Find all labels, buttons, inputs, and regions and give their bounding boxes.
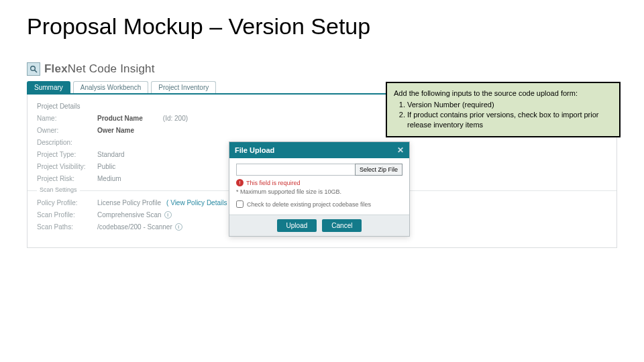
label-owner: Owner: — [37, 127, 97, 134]
annotation-item-1: Version Number (required) — [407, 100, 612, 110]
modal-footer: Upload Cancel — [229, 215, 409, 236]
close-icon[interactable]: ✕ — [397, 145, 404, 155]
zip-file-input[interactable] — [236, 164, 356, 176]
brand: FlexNet Code Insight — [27, 60, 617, 80]
error-icon: ! — [236, 179, 244, 186]
label-name: Name: — [37, 115, 97, 122]
tab-analysis-workbench[interactable]: Analysis Workbench — [73, 81, 148, 93]
label-policy: Policy Profile: — [37, 199, 97, 206]
value-name: Product Name — [97, 115, 143, 122]
value-scan-profile: Comprehensive Scan — [97, 211, 162, 219]
info-icon[interactable]: i — [164, 211, 172, 219]
value-name-suffix: (Id: 200) — [163, 115, 188, 122]
modal-file-upload: File Upload ✕ Select Zip File ! This fie… — [229, 141, 410, 237]
modal-title: File Upload — [235, 146, 274, 154]
value-risk: Medium — [97, 175, 121, 182]
fieldset-scan-settings: Scan Settings — [37, 186, 80, 193]
annotation-list: Version Number (required) If product con… — [407, 100, 612, 130]
checkbox-delete-codebase[interactable]: Check to delete existing project codebas… — [236, 200, 402, 208]
brand-text: FlexNet Code Insight — [44, 62, 155, 76]
value-policy: License Policy Profile — [97, 199, 161, 206]
checkbox-delete-codebase-input[interactable] — [236, 200, 244, 208]
error-required: ! This field is required — [236, 179, 402, 186]
annotation-callout: Add the following inputs to the source c… — [386, 82, 621, 137]
svg-line-1 — [35, 70, 38, 73]
value-project-type: Standard — [97, 151, 125, 158]
tab-project-inventory[interactable]: Project Inventory — [151, 81, 216, 93]
label-scan-profile: Scan Profile: — [37, 211, 97, 219]
link-view-policy-details[interactable]: ( View Policy Details ) — [166, 199, 231, 206]
modal-header: File Upload ✕ — [229, 142, 409, 158]
label-visibility: Project Visibility: — [37, 163, 97, 170]
value-scan-paths: /codebase/200 - Scanner — [97, 223, 172, 231]
file-input-row: Select Zip File — [236, 164, 402, 176]
value-visibility: Public — [97, 163, 115, 170]
label-risk: Project Risk: — [37, 175, 97, 182]
tab-summary[interactable]: Summary — [27, 81, 70, 93]
cancel-button[interactable]: Cancel — [322, 219, 362, 232]
slide-title: Proposal Mockup – Version Setup — [27, 13, 617, 40]
info-icon[interactable]: i — [175, 223, 182, 231]
annotation-lead: Add the following inputs to the source c… — [394, 88, 612, 99]
hint-max-size: * Maximum supported file size is 10GB. — [236, 188, 402, 195]
label-project-type: Project Type: — [37, 151, 97, 158]
upload-button[interactable]: Upload — [277, 219, 317, 232]
error-text: This field is required — [246, 180, 301, 186]
modal-body: Select Zip File ! This field is required… — [229, 158, 409, 215]
select-zip-button[interactable]: Select Zip File — [355, 164, 402, 176]
checkbox-delete-codebase-label: Check to delete existing project codebas… — [247, 201, 371, 208]
loupe-icon — [27, 62, 40, 76]
annotation-item-2: If product contains prior versions, chec… — [407, 110, 612, 130]
label-description: Description: — [37, 139, 97, 146]
value-owner: Ower Name — [97, 127, 134, 134]
svg-point-0 — [31, 66, 36, 71]
label-scan-paths: Scan Paths: — [37, 223, 97, 231]
